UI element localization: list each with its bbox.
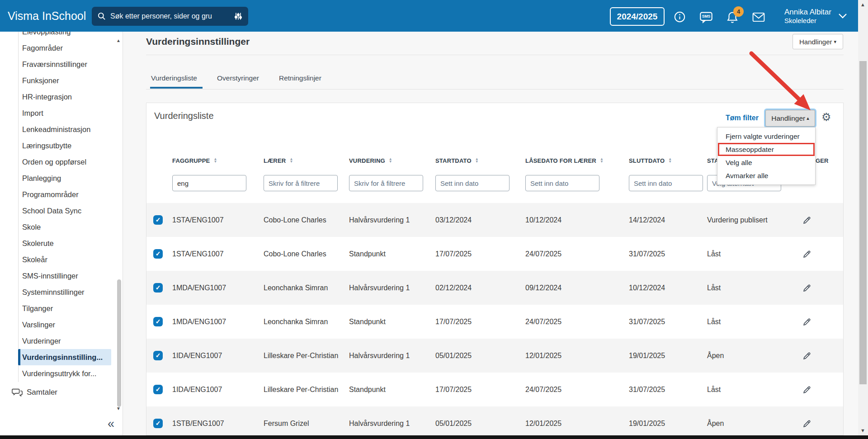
tab-vurderingsliste[interactable]: Vurderingsliste — [151, 74, 197, 89]
filter-input-startdato[interactable] — [435, 175, 509, 191]
caret-up-icon: ▴ — [807, 115, 809, 121]
sidebar-item-skole[interactable]: Skole — [18, 219, 111, 235]
menu-item-avmarker-alle[interactable]: Avmarker alle — [717, 169, 815, 182]
cell-l-rer: Leonchanka Simran — [264, 317, 349, 327]
column-header-faggruppe: FAGGRUPPE▲▼ — [172, 157, 264, 164]
search-filter-sliders-icon[interactable] — [234, 12, 243, 21]
menu-item-fjern-valgte-vurderinger[interactable]: Fjern valgte vurderinger — [717, 130, 815, 143]
filter-input-faggruppe[interactable] — [172, 175, 246, 191]
cell-sluttdato: 31/07/2025 — [629, 317, 707, 327]
sidebar-scroll-up-arrow[interactable]: ▲ — [116, 38, 121, 43]
sidebar-item-l-ringsutbytte[interactable]: Læringsutbytte — [18, 137, 111, 154]
sidebar-item-varslinger[interactable]: Varslinger — [18, 316, 111, 333]
page-actions-button[interactable]: Handlinger▾ — [793, 34, 843, 49]
school-year-selector[interactable]: 2024/2025 — [610, 7, 665, 26]
sidebar-item-vurderingsuttrykk-for[interactable]: Vurderingsuttrykk for... — [18, 365, 111, 382]
edit-pencil-icon[interactable] — [788, 283, 843, 293]
column-label: LÅSEDATO FOR LÆRER — [525, 157, 596, 164]
row-checkbox[interactable]: ✓ — [153, 283, 163, 293]
column-header-startdato: STARTDATO▲▼ — [435, 157, 525, 164]
sidebar-item-import[interactable]: Import — [18, 105, 111, 121]
cell-l-sedato-for-l-rer: 10/12/2024 — [525, 215, 629, 225]
scroll-up-arrow[interactable]: ▲ — [860, 2, 865, 7]
cell-status: Låst — [707, 385, 788, 395]
edit-pencil-icon[interactable] — [788, 215, 843, 225]
cell-vurdering: Halvårsvurdering 1 — [349, 215, 435, 225]
sort-icon[interactable]: ▲▼ — [389, 158, 392, 164]
sort-icon[interactable]: ▲▼ — [213, 158, 217, 164]
row-checkbox[interactable]: ✓ — [153, 419, 163, 428]
tab-bar: VurderingslisteOverstyringerRetningslinj… — [151, 74, 321, 89]
sort-icon[interactable]: ▲▼ — [289, 158, 293, 164]
row-checkbox[interactable]: ✓ — [153, 385, 163, 394]
sidebar-item-school-data-sync[interactable]: School Data Sync — [18, 203, 111, 219]
row-checkbox[interactable]: ✓ — [153, 317, 163, 326]
tab-overstyringer[interactable]: Overstyringer — [217, 74, 259, 89]
edit-pencil-icon[interactable] — [788, 385, 843, 395]
sidebar-item-skole-r[interactable]: Skoleår — [18, 251, 111, 268]
sidebar-item-tilganger[interactable]: Tilganger — [18, 300, 111, 316]
row-checkbox[interactable]: ✓ — [153, 215, 163, 225]
filter-input-l-rer[interactable] — [264, 175, 338, 191]
sidebar-item-fagomr-der[interactable]: Fagområder — [18, 40, 111, 56]
sidebar-scroll-down-arrow[interactable]: ▼ — [116, 406, 121, 411]
sidebar-item-lenkeadministrasjon[interactable]: Lenkeadministrasjon — [18, 121, 111, 137]
sort-icon[interactable]: ▲▼ — [600, 158, 604, 164]
filter-input-l-sedato-for-l-rer[interactable] — [525, 175, 599, 191]
table-row: ✓1STA/ENG1007Cobo-Lone CharlesHalvårsvur… — [146, 203, 843, 237]
cell-l-rer: Cobo-Lone Charles — [264, 249, 349, 259]
sidebar-item-programomr-der[interactable]: Programområder — [18, 186, 111, 203]
mail-icon[interactable] — [752, 12, 765, 22]
edit-pencil-icon[interactable] — [788, 249, 843, 259]
menu-item-masseoppdater[interactable]: Masseoppdater — [717, 143, 815, 156]
sidebar-item-planlegging[interactable]: Planlegging — [18, 170, 111, 186]
cell-startdato: 03/12/2024 — [435, 215, 525, 225]
page-scrollbar[interactable]: ▲ ▼ — [858, 0, 868, 439]
sidebar-collapse-button[interactable]: « — [108, 417, 114, 431]
row-checkbox[interactable]: ✓ — [153, 351, 163, 360]
gear-icon[interactable]: ⚙ — [821, 111, 831, 123]
sidebar-scrollbar-thumb[interactable] — [117, 279, 121, 407]
edit-pencil-icon[interactable] — [788, 351, 843, 361]
sidebar-item-vurderingsinnstilling[interactable]: Vurderingsinnstilling... — [18, 349, 111, 365]
search-input[interactable] — [110, 12, 234, 20]
scroll-down-arrow[interactable]: ▼ — [860, 428, 865, 433]
tab-retningslinjer[interactable]: Retningslinjer — [279, 74, 321, 89]
sidebar-item-hr-integrasjon[interactable]: HR-integrasjon — [18, 89, 111, 105]
sort-icon[interactable]: ▲▼ — [668, 158, 672, 164]
edit-pencil-icon[interactable] — [788, 419, 843, 429]
cell-sluttdato: 31/07/2025 — [629, 385, 707, 395]
sidebar-item-vurderinger[interactable]: Vurderinger — [18, 333, 111, 349]
sidebar-item-funksjoner[interactable]: Funksjoner — [18, 72, 111, 89]
row-checkbox[interactable]: ✓ — [153, 249, 163, 259]
sidebar-item-sms-innstillinger[interactable]: SMS-innstillinger — [18, 268, 111, 284]
sidebar-item-orden-og-oppf-rsel[interactable]: Orden og oppførsel — [18, 154, 111, 170]
search-icon — [97, 12, 106, 21]
column-label: SLUTTDATO — [629, 157, 665, 164]
filter-input-vurdering[interactable] — [349, 175, 423, 191]
sort-icon[interactable]: ▲▼ — [475, 158, 479, 164]
edit-pencil-icon[interactable] — [788, 317, 843, 327]
filter-input-sluttdato[interactable] — [629, 175, 703, 191]
cell-vurdering: Standpunkt — [349, 249, 435, 259]
sidebar-item-label: Samtaler — [27, 388, 57, 397]
svg-text:SMS: SMS — [702, 14, 711, 19]
cell-startdato: 02/12/2024 — [435, 283, 525, 293]
sms-icon[interactable]: SMS — [699, 11, 713, 24]
clear-filter-link[interactable]: Tøm filter — [726, 114, 759, 122]
sidebar-item-frav-rsinnstillinger[interactable]: Fraværsinnstillinger — [18, 56, 111, 72]
actions-dropdown-menu: Fjern valgte vurderingerMasseoppdaterVel… — [717, 127, 816, 185]
cell-vurdering: Halvårsvurdering 1 — [349, 419, 435, 429]
sidebar-item-samtaler[interactable]: Samtaler — [12, 387, 57, 397]
sidebar-item-systeminnstillinger[interactable]: Systeminnstillinger — [18, 284, 111, 300]
sidebar-menu: ElevopplastingFagområderFraværsinnstilli… — [0, 24, 123, 382]
global-search[interactable] — [92, 7, 248, 26]
menu-item-velg-alle[interactable]: Velg alle — [717, 156, 815, 169]
page-title: Vurderingsinnstillinger — [146, 36, 250, 47]
sidebar-item-skolerute[interactable]: Skolerute — [18, 235, 111, 251]
cell-faggruppe: 1MDA/ENG1007 — [172, 317, 264, 327]
table-actions-button[interactable]: Handlinger▴ — [765, 110, 815, 127]
user-menu[interactable]: Annika Albitar Skoleleder — [784, 7, 831, 25]
info-icon[interactable] — [674, 11, 686, 23]
page-scrollbar-thumb[interactable] — [859, 61, 867, 384]
